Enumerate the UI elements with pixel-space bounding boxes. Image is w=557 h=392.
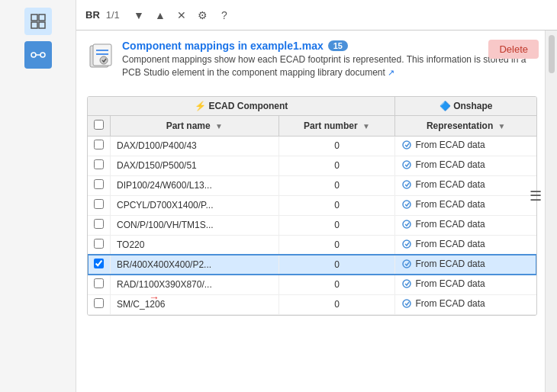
repr-icon-wrapper: From ECAD data	[401, 140, 485, 150]
row-representation: From ECAD data	[395, 156, 536, 175]
row-checkbox[interactable]	[94, 140, 104, 149]
row-checkbox[interactable]	[94, 298, 104, 308]
row-part-number: 0	[278, 294, 395, 314]
svg-point-13	[403, 161, 411, 169]
representation-header: Representation ▼	[395, 115, 536, 136]
row-checkbox[interactable]	[94, 159, 104, 169]
search-label: BR	[85, 9, 100, 21]
row-part-name: SM/C_1206	[111, 294, 279, 314]
row-checkbox[interactable]	[94, 278, 104, 288]
onshape-header-icon: 🔷	[439, 101, 453, 111]
row-representation: From ECAD data	[395, 275, 536, 294]
row-part-number: 0	[278, 215, 395, 235]
row-checkbox[interactable]	[94, 179, 104, 189]
table-row[interactable]: CON/P/100/VH/TM1S... 0 From ECAD data	[88, 215, 536, 235]
row-checkbox[interactable]	[94, 239, 104, 249]
table-row[interactable]: CPCYL/D700X1400/P... 0 From ECAD data	[88, 195, 536, 215]
part-name-sort[interactable]: ▼	[215, 122, 223, 130]
repr-svg-icon	[401, 298, 412, 309]
search-counter: 1/1	[106, 9, 120, 21]
row-checkbox[interactable]	[94, 259, 104, 268]
svg-point-14	[403, 181, 411, 188]
part-name-header: Part name ▼	[111, 115, 279, 136]
table-row[interactable]: BR/400X400X400/P2... 0 From ECAD data	[88, 255, 536, 275]
row-representation: From ECAD data	[395, 235, 536, 255]
help-btn[interactable]: ?	[216, 7, 233, 24]
svg-point-18	[403, 260, 411, 268]
row-checkbox-cell	[88, 275, 111, 294]
onshape-header: 🔷 Onshape	[395, 97, 536, 116]
panel-icon	[87, 41, 114, 74]
svg-rect-0	[31, 14, 37, 21]
row-part-name: DIP100/24/W600/L13...	[111, 175, 279, 195]
repr-svg-icon	[401, 259, 412, 269]
repr-svg-icon	[401, 199, 412, 210]
table-body: DAX/D100/P400/43 0 From ECAD data DAX/D1…	[88, 136, 536, 314]
table-row[interactable]: DAX/D100/P400/43 0 From ECAD data	[88, 136, 536, 156]
ecad-header: ⚡ ECAD Component	[88, 97, 395, 116]
up-btn[interactable]: ▲	[152, 7, 169, 24]
row-representation: From ECAD data	[395, 294, 536, 314]
repr-icon-wrapper: From ECAD data	[401, 259, 485, 269]
repr-svg-icon	[401, 239, 412, 249]
component-table-wrapper: ⚡ ECAD Component 🔷 Onshape	[87, 96, 537, 316]
repr-icon-wrapper: From ECAD data	[401, 199, 485, 210]
row-part-number: 0	[278, 275, 395, 294]
external-link-icon[interactable]: ↗	[388, 68, 394, 77]
svg-point-12	[403, 141, 411, 149]
scrollbar-thumb[interactable]	[549, 35, 555, 73]
svg-rect-3	[39, 22, 45, 28]
settings-btn[interactable]: ⚙	[195, 7, 211, 24]
delete-button[interactable]: Delete	[488, 40, 539, 59]
repr-icon-wrapper: From ECAD data	[401, 278, 485, 289]
svg-point-4	[31, 53, 36, 57]
sidebar-mapping-icon[interactable]	[24, 41, 52, 69]
svg-rect-1	[39, 14, 45, 21]
row-part-name: CON/P/100/VH/TM1S...	[111, 215, 279, 235]
close-btn[interactable]: ✕	[173, 7, 190, 24]
sidebar-component-icon[interactable]	[24, 8, 52, 35]
dropdown-btn[interactable]: ▼	[130, 7, 147, 24]
content-area: ▼ → BR 1/1 ▼ ▲ ✕ ⚙ ?	[76, 0, 557, 392]
component-table: ⚡ ECAD Component 🔷 Onshape	[88, 97, 536, 315]
svg-point-15	[403, 201, 411, 208]
svg-rect-2	[31, 22, 37, 28]
table-row[interactable]: DAX/D150/P500/51 0 From ECAD data	[88, 156, 536, 175]
repr-svg-icon	[401, 179, 412, 190]
panel-badge: 15	[328, 40, 348, 51]
panel-header-area: Component mappings in example1.max 15 Co…	[76, 31, 557, 96]
row-checkbox-cell	[88, 175, 111, 195]
row-checkbox-cell	[88, 255, 111, 275]
row-checkbox-cell	[88, 215, 111, 235]
table-row[interactable]: DIP100/24/W600/L13... 0 From ECAD data	[88, 175, 536, 195]
repr-sort[interactable]: ▼	[498, 122, 506, 130]
row-part-name: BR/400X400X400/P2...	[111, 255, 279, 275]
part-number-header: Part number ▼	[278, 115, 395, 136]
row-representation: From ECAD data	[395, 175, 536, 195]
svg-point-17	[403, 240, 411, 248]
part-number-sort[interactable]: ▼	[362, 122, 370, 130]
repr-icon-wrapper: From ECAD data	[401, 159, 485, 170]
scrollbar[interactable]	[545, 31, 557, 392]
panel-desc-text: Component mappings show how each ECAD fo…	[122, 54, 526, 78]
row-part-number: 0	[278, 175, 395, 195]
right-panel-icon[interactable]: ☰	[530, 188, 542, 204]
svg-point-19	[403, 280, 411, 288]
main-container: ▼ → BR 1/1 ▼ ▲ ✕ ⚙ ?	[0, 0, 557, 392]
row-checkbox-cell	[88, 195, 111, 215]
row-representation: From ECAD data	[395, 255, 536, 275]
row-part-number: 0	[278, 235, 395, 255]
repr-svg-icon	[401, 219, 412, 230]
row-checkbox[interactable]	[94, 219, 104, 229]
row-checkbox-cell	[88, 136, 111, 156]
row-part-number: 0	[278, 156, 395, 175]
select-all-checkbox[interactable]	[94, 120, 104, 130]
table-row[interactable]: TO220 0 From ECAD data	[88, 235, 536, 255]
repr-svg-icon	[401, 159, 412, 170]
repr-icon-wrapper: From ECAD data	[401, 239, 485, 249]
row-part-number: 0	[278, 255, 395, 275]
search-bar: ▼ → BR 1/1 ▼ ▲ ✕ ⚙ ?	[76, 0, 557, 31]
row-part-name: CPCYL/D700X1400/P...	[111, 195, 279, 215]
row-checkbox[interactable]	[94, 199, 104, 209]
row-part-name: RAD/1100X390X870/...	[111, 275, 279, 294]
